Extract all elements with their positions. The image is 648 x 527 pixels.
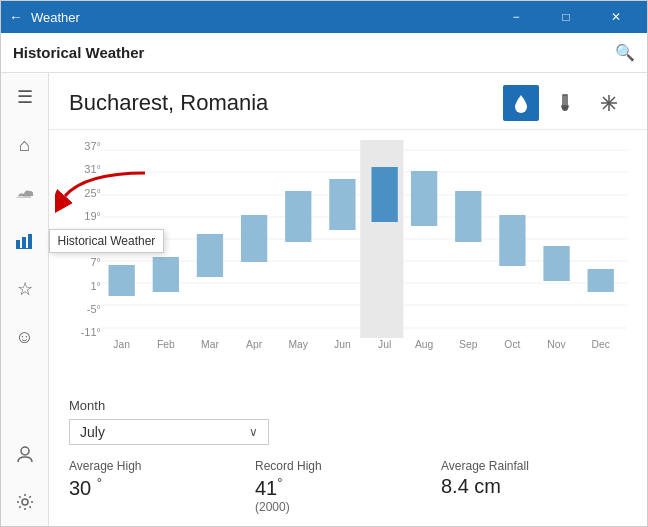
sidebar-item-historical[interactable]: Historical Weather: [1, 217, 49, 265]
stat-avg-high-label: Average High: [69, 459, 255, 473]
svg-point-5: [22, 499, 28, 505]
window-controls: − □ ✕: [493, 1, 639, 33]
svg-rect-3: [16, 248, 32, 249]
svg-text:May: May: [288, 338, 308, 350]
bar-oct[interactable]: [499, 215, 525, 266]
rain-icon: [513, 93, 529, 113]
selected-month: July: [80, 424, 105, 440]
maximize-button[interactable]: □: [543, 1, 589, 33]
y-label: -11°: [69, 326, 101, 338]
close-button[interactable]: ✕: [593, 1, 639, 33]
bar-may[interactable]: [285, 191, 311, 242]
bar-mar[interactable]: [197, 234, 223, 277]
rain-toggle[interactable]: [503, 85, 539, 121]
svg-text:Nov: Nov: [547, 338, 566, 350]
page-title: Historical Weather: [13, 44, 615, 61]
search-icon[interactable]: 🔍: [615, 43, 635, 62]
bar-feb[interactable]: [153, 257, 179, 292]
svg-rect-1: [22, 237, 26, 249]
bar-jun[interactable]: [329, 179, 355, 230]
stat-record-high-value: 41°: [255, 475, 441, 500]
svg-text:Jan: Jan: [113, 338, 130, 350]
y-label: 31°: [69, 163, 101, 175]
bottom-section: Month July ∨ Average High 30 ° Record Hi…: [49, 386, 647, 526]
svg-rect-2: [28, 234, 32, 249]
bar-jul[interactable]: [372, 167, 398, 222]
temp-toggle[interactable]: [547, 85, 583, 121]
month-selector[interactable]: July ∨: [69, 419, 269, 445]
stat-avg-high: Average High 30 °: [69, 459, 255, 514]
header-icons: [503, 85, 627, 121]
y-label: 1°: [69, 280, 101, 292]
svg-text:Sep: Sep: [459, 338, 477, 350]
stat-record-high-sub: (2000): [255, 500, 441, 514]
bar-apr[interactable]: [241, 215, 267, 262]
sidebar-item-home[interactable]: ⌂: [1, 121, 49, 169]
svg-text:Mar: Mar: [201, 338, 219, 350]
stat-rainfall-value: 8.4 cm: [441, 475, 627, 498]
chevron-down-icon: ∨: [249, 425, 258, 439]
svg-text:Aug: Aug: [415, 338, 433, 350]
account-icon: [16, 445, 34, 463]
main-content: Bucharest, Romania: [49, 73, 647, 526]
stat-record-high: Record High 41° (2000): [255, 459, 441, 514]
stat-rainfall-label: Average Rainfall: [441, 459, 627, 473]
svg-point-4: [21, 447, 29, 455]
svg-text:Dec: Dec: [592, 338, 611, 350]
sidebar: ☰ ⌂ Historical Weather ☆ ☺: [1, 73, 49, 526]
content-header: Bucharest, Romania: [49, 73, 647, 130]
y-label: -5°: [69, 303, 101, 315]
sidebar-bottom: [1, 430, 48, 526]
chart-svg-area: Jan Feb Mar Apr May Jun Jul Aug Sep Oct …: [101, 140, 627, 360]
chart-container: 37° 31° 25° 19° 13° 7° 1° -5° -11°: [49, 130, 647, 386]
stat-record-high-label: Record High: [255, 459, 441, 473]
chart-svg: Jan Feb Mar Apr May Jun Jul Aug Sep Oct …: [101, 140, 627, 360]
bar-nov[interactable]: [543, 246, 569, 281]
svg-text:Jul: Jul: [378, 338, 391, 350]
svg-text:Apr: Apr: [246, 338, 262, 350]
stat-rainfall: Average Rainfall 8.4 cm: [441, 459, 627, 514]
location-title: Bucharest, Romania: [69, 90, 268, 116]
y-label: 37°: [69, 140, 101, 152]
sidebar-item-account[interactable]: [1, 430, 49, 478]
app-body: ☰ ⌂ Historical Weather ☆ ☺: [1, 73, 647, 526]
svg-point-7: [562, 105, 568, 111]
stats-row: Average High 30 ° Record High 41° (2000): [69, 459, 627, 514]
titlebar-title: Weather: [31, 10, 493, 25]
thermometer-icon: [558, 93, 572, 113]
y-label: 25°: [69, 187, 101, 199]
bar-dec[interactable]: [588, 269, 614, 292]
titlebar: ← Weather − □ ✕: [1, 1, 647, 33]
stat-avg-high-value: 30 °: [69, 475, 255, 500]
svg-text:Jun: Jun: [334, 338, 351, 350]
sidebar-item-forecast[interactable]: [1, 169, 49, 217]
svg-text:Oct: Oct: [504, 338, 520, 350]
historical-icon: [15, 232, 35, 250]
sidebar-item-news[interactable]: ☺: [1, 313, 49, 361]
y-label: 7°: [69, 256, 101, 268]
historical-tooltip: Historical Weather: [49, 229, 165, 253]
app-header: Historical Weather 🔍: [1, 33, 647, 73]
snow-toggle[interactable]: [591, 85, 627, 121]
sidebar-item-settings[interactable]: [1, 478, 49, 526]
bar-jan[interactable]: [109, 265, 135, 296]
bar-aug[interactable]: [411, 171, 437, 226]
sidebar-item-hamburger[interactable]: ☰: [1, 73, 49, 121]
bar-sep[interactable]: [455, 191, 481, 242]
svg-text:Feb: Feb: [157, 338, 175, 350]
settings-icon: [16, 493, 34, 511]
month-label: Month: [69, 398, 627, 413]
y-label: 19°: [69, 210, 101, 222]
sidebar-item-favorites[interactable]: ☆: [1, 265, 49, 313]
back-button[interactable]: ←: [9, 9, 23, 25]
svg-rect-0: [16, 240, 20, 249]
minimize-button[interactable]: −: [493, 1, 539, 33]
forecast-icon: [14, 184, 36, 202]
snowflake-icon: [600, 94, 618, 112]
app-window: ← Weather − □ ✕ Historical Weather 🔍 ☰ ⌂: [0, 0, 648, 527]
